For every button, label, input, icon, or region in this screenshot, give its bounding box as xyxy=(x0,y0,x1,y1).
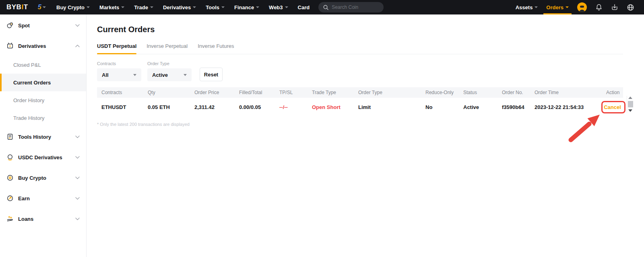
cell-qty: 0.05 ETH xyxy=(143,104,190,110)
contracts-select-value: All xyxy=(102,72,109,78)
earn-icon xyxy=(6,195,14,202)
contracts-filter-group: Contracts All xyxy=(97,61,141,81)
nav-item-label: Card xyxy=(298,4,310,10)
anniversary-5-menu[interactable]: 5 xyxy=(38,3,46,11)
sidebar-item-label: USDC Derivatives xyxy=(18,154,62,160)
sidebar-item-current-orders[interactable]: Current Orders xyxy=(0,74,86,91)
contracts-select[interactable]: All xyxy=(97,68,141,81)
downloads-button[interactable] xyxy=(611,4,618,11)
col-filled-total: Filled/Total xyxy=(235,90,275,95)
anniversary-5-icon: 5 xyxy=(38,3,41,11)
chevron-down-icon xyxy=(75,136,80,138)
nav-item-label: Orders xyxy=(546,4,564,10)
nav-item-trade[interactable]: Trade xyxy=(134,4,153,10)
sidebar-item-label: Loans xyxy=(18,216,33,222)
order-type-filter-label: Order Type xyxy=(147,61,192,66)
sidebar-item-label: Closed P&L xyxy=(13,62,41,68)
chevron-down-icon xyxy=(75,24,80,27)
nav-item-label: Buy Crypto xyxy=(56,4,85,10)
tools-history-icon xyxy=(6,133,14,140)
sidebar-item-label: Derivatives xyxy=(18,43,46,49)
table-scrollbar[interactable] xyxy=(627,96,634,113)
caret-down-icon xyxy=(256,6,259,8)
language-button[interactable] xyxy=(627,4,634,11)
search-input[interactable] xyxy=(332,4,379,10)
sidebar-item-derivatives[interactable]: Derivatives xyxy=(0,37,86,55)
col-order-type: Order Type xyxy=(354,90,421,95)
cell-filled-total: 0.00/0.05 xyxy=(235,104,275,110)
sidebar-item-buy-crypto[interactable]: Buy Crypto xyxy=(0,169,86,187)
caret-down-icon xyxy=(133,74,136,76)
tab-inverse-futures[interactable]: Inverse Futures xyxy=(198,43,234,54)
chevron-down-icon xyxy=(75,156,80,159)
chevron-up-icon xyxy=(75,45,80,47)
chevron-down-icon xyxy=(75,177,80,179)
search-icon xyxy=(323,5,328,10)
nav-item-buy-crypto[interactable]: Buy Crypto xyxy=(56,4,90,10)
sidebar-item-order-history[interactable]: Order History xyxy=(0,91,86,109)
caret-down-icon xyxy=(43,6,46,8)
derivatives-icon xyxy=(6,42,14,49)
nav-item-assets[interactable]: Assets xyxy=(516,4,538,10)
spot-icon xyxy=(6,22,14,29)
globe-icon xyxy=(627,4,634,11)
sidebar: Spot Derivatives Closed P&L Current Orde… xyxy=(0,14,87,257)
cancel-order-button[interactable]: Cancel xyxy=(602,104,623,110)
sidebar-item-trade-history[interactable]: Trade History xyxy=(0,109,86,127)
caret-down-icon xyxy=(193,6,196,8)
nav-item-card[interactable]: Card xyxy=(298,4,310,10)
nav-item-orders[interactable]: Orders xyxy=(546,0,569,14)
reset-button[interactable]: Reset xyxy=(200,68,223,81)
scrollbar-thumb[interactable] xyxy=(628,101,633,107)
sidebar-item-closed-pnl[interactable]: Closed P&L xyxy=(0,56,86,74)
scroll-down-button[interactable] xyxy=(628,109,632,112)
top-navbar: BYBIT 5 Buy Crypto Markets Trade Derivat… xyxy=(0,0,644,14)
table-row: ETHUSDT 0.05 ETH 2,311.42 0.00/0.05 --/-… xyxy=(97,98,623,117)
col-action: Action xyxy=(602,90,623,95)
nav-item-label: Finance xyxy=(234,4,254,10)
nav-item-tools[interactable]: Tools xyxy=(206,4,225,10)
sidebar-item-spot[interactable]: Spot xyxy=(0,16,86,34)
order-type-select[interactable]: Active xyxy=(147,68,192,81)
nav-item-web3[interactable]: Web3 xyxy=(269,4,288,10)
caret-down-icon xyxy=(184,74,187,76)
order-type-filter-group: Order Type Active xyxy=(147,61,192,81)
bybit-logo[interactable]: BYBIT xyxy=(6,3,28,11)
tab-bar: USDT Perpetual Inverse Perpetual Inverse… xyxy=(97,43,623,54)
nav-item-label: Tools xyxy=(206,4,219,10)
nav-right: Assets Orders xyxy=(516,0,644,14)
chevron-down-icon xyxy=(75,197,80,200)
tab-usdt-perpetual[interactable]: USDT Perpetual xyxy=(97,43,136,54)
logo-text: BYB xyxy=(6,3,21,11)
search-box xyxy=(318,2,384,12)
cell-order-price: 2,311.42 xyxy=(190,104,235,110)
usdc-derivatives-icon xyxy=(6,154,14,161)
notifications-button[interactable] xyxy=(595,4,603,11)
nav-item-finance[interactable]: Finance xyxy=(234,4,259,10)
sidebar-item-loans[interactable]: Loans xyxy=(0,210,86,228)
order-type-select-value: Active xyxy=(152,72,168,78)
sidebar-item-earn[interactable]: Earn xyxy=(0,189,86,207)
col-qty: Qty xyxy=(143,90,190,95)
caret-down-icon xyxy=(87,6,90,8)
sidebar-item-usdc-derivatives[interactable]: USDC Derivatives xyxy=(0,148,86,166)
cell-tp-sl: --/-- xyxy=(275,104,308,110)
col-trade-type: Trade Type xyxy=(308,90,354,95)
sidebar-item-label: Trade History xyxy=(13,115,45,121)
scroll-up-button[interactable] xyxy=(628,97,632,99)
col-tp-sl: TP/SL xyxy=(275,90,308,95)
cell-reduce-only: No xyxy=(421,104,459,110)
caret-down-icon xyxy=(285,6,288,8)
sidebar-item-label: Order History xyxy=(13,97,44,103)
table-footnote: * Only the latest 200 transactions are d… xyxy=(97,122,644,127)
sidebar-item-tools-history[interactable]: Tools History xyxy=(0,128,86,146)
col-contracts: Contracts xyxy=(97,90,143,95)
caret-down-icon xyxy=(535,6,538,8)
account-avatar[interactable] xyxy=(577,2,587,12)
nav-item-markets[interactable]: Markets xyxy=(99,4,124,10)
page-title: Current Orders xyxy=(97,25,644,34)
logo-text-end: T xyxy=(24,3,28,11)
nav-item-derivatives[interactable]: Derivatives xyxy=(163,4,196,10)
tab-inverse-perpetual[interactable]: Inverse Perpetual xyxy=(147,43,188,54)
chevron-down-icon xyxy=(75,218,80,220)
